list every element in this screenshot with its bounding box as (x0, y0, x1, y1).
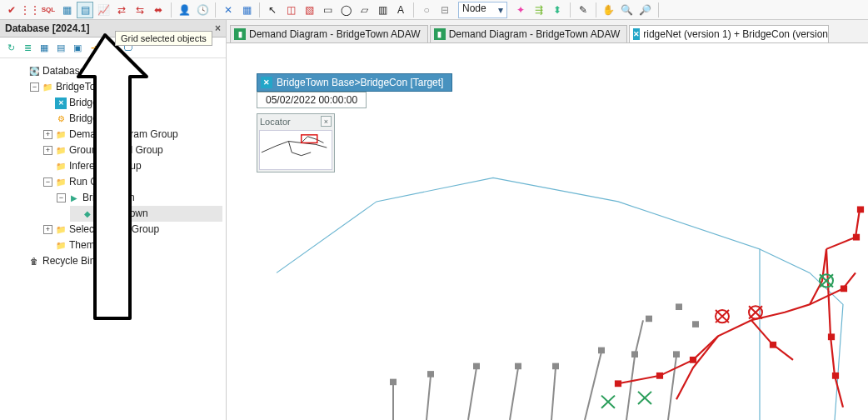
tree-theme-group[interactable]: 📁Theme Group (43, 238, 222, 253)
toolbar-grid-selected-btn[interactable]: ▤ (77, 2, 93, 18)
toolbar-select-rect-btn[interactable]: ▭ (319, 2, 336, 18)
tree-run-bridgetown-result-label: BridgeTown (96, 206, 148, 222)
tree-bridgetown-label: BridgeTown (56, 79, 108, 95)
tree-collapse-btn[interactable]: − (57, 193, 66, 202)
tree-inference-group-label: Inference Group (69, 158, 142, 174)
db-page-btn[interactable]: ▤ (53, 40, 68, 55)
tree-bridgecon-label: BridgeCon (69, 111, 117, 127)
tree-selection-group-label: Selection List Group (69, 222, 159, 238)
tree-bridgecon[interactable]: ⚙BridgeCon (43, 111, 222, 127)
panel-close-btn[interactable]: × (215, 22, 221, 34)
toolbar-text-btn[interactable]: A (392, 2, 409, 18)
toolbar-sql-btn[interactable]: SQL (40, 2, 57, 18)
database-panel: Database [2024.1] × Grid selected object… (0, 20, 227, 420)
tree-collapse-btn[interactable]: − (43, 178, 52, 187)
tree-expand-btn[interactable]: + (43, 146, 52, 155)
folder-icon: 📁 (55, 240, 67, 252)
toolbar-net2-btn[interactable]: ⇆ (132, 2, 148, 18)
toolbar-chart-btn[interactable]: 📈 (95, 2, 112, 18)
content-area: ▮Demand Diagram - BridgeTown ADAW ▮Deman… (227, 20, 868, 420)
tree-collapse-btn[interactable]: − (30, 82, 39, 92)
svg-rect-12 (599, 348, 604, 353)
network-drawing (227, 43, 868, 420)
toolbar-table-btn[interactable]: ▦ (58, 2, 75, 18)
database-panel-title: Database [2024.1] (5, 22, 89, 34)
folder-icon: 📁 (55, 177, 67, 188)
svg-rect-26 (854, 235, 859, 240)
svg-rect-17 (674, 352, 679, 357)
db-grid-btn[interactable]: ▦ (37, 40, 52, 55)
toolbar-x-btn[interactable]: ✕ (220, 2, 237, 18)
toolbar-pointer-btn[interactable]: ↖ (264, 2, 281, 18)
tab-demand-1[interactable]: ▮Demand Diagram - BridgeTown ADAW (230, 25, 428, 42)
map-canvas[interactable]: ✕ BridgeTown Base>BridgeCon [Target] 05/… (227, 43, 868, 420)
run-icon: ▶ (68, 192, 80, 204)
db-next-btn[interactable]: ➔ (87, 40, 102, 55)
toolbar-check-btn[interactable]: ✔ (3, 2, 20, 18)
tab-network[interactable]: ✕ridgeNet (version 1) + BridgeCon (versi… (629, 25, 829, 42)
database-tree[interactable]: 💽Database [2024.1] −📁BridgeTown ✕BridgeN… (0, 58, 226, 274)
svg-line-7 (510, 368, 518, 420)
tree-run-bridgetown-label: BridgeTown (82, 190, 135, 206)
tab-demand-2[interactable]: ▮Demand Diagram - BridgeTown ADAW (430, 25, 628, 42)
toolbar-grid2-btn[interactable]: ▦ (238, 2, 255, 18)
toolbar-select-table-btn[interactable]: ▥ (374, 2, 391, 18)
svg-line-13 (626, 356, 635, 420)
toolbar-select-nodes-btn[interactable]: ◫ (282, 2, 299, 18)
toolbar-net1-btn[interactable]: ⇄ (113, 2, 130, 18)
recycle-icon: 🗑 (28, 256, 40, 268)
tree-bridgetown[interactable]: −📁BridgeTown (30, 79, 222, 95)
toolbar-select-lasso-btn[interactable]: ◯ (337, 2, 354, 18)
svg-rect-29 (833, 373, 838, 378)
folder-icon: 📁 (55, 145, 67, 157)
toolbar-zoom-out-btn[interactable]: 🔎 (637, 2, 654, 18)
toolbar-sparkle-btn[interactable]: ✦ (512, 2, 529, 18)
toolbar-bullets-btn[interactable]: ⋮⋮ (22, 2, 38, 18)
result-icon: ◆ (82, 208, 93, 220)
svg-rect-8 (516, 364, 521, 369)
tree-expand-btn[interactable]: + (43, 225, 52, 234)
toolbar-node-btn[interactable]: ○ (418, 2, 435, 18)
toolbar-link-btn[interactable]: ⊟ (436, 2, 453, 18)
toolbar-eyedrop-btn[interactable]: ✎ (575, 2, 591, 18)
svg-line-9 (551, 368, 556, 420)
tree-run-group-label: Run Group (69, 174, 118, 190)
tree-run-group[interactable]: −📁Run Group (43, 174, 222, 190)
db-lock-btn[interactable]: ▣ (70, 40, 85, 55)
toolbar-select-poly-btn[interactable]: ▧ (301, 2, 317, 18)
tree-bridgenet[interactable]: ✕BridgeNet (43, 95, 222, 111)
tree-demand-group[interactable]: +📁Demand Diagram Group (43, 127, 222, 142)
demand-icon: ▮ (434, 28, 446, 40)
toolbar-hand-btn[interactable]: ✋ (601, 2, 617, 18)
svg-rect-27 (858, 208, 863, 212)
folder-icon: 📁 (42, 82, 53, 93)
toolbar-zoom-in-btn[interactable]: 🔍 (619, 2, 636, 18)
svg-line-16 (668, 356, 676, 420)
svg-rect-22 (657, 373, 662, 378)
network-icon: ✕ (55, 98, 67, 109)
tree-expand-btn[interactable]: + (43, 130, 52, 139)
tree-root[interactable]: 💽Database [2024.1] (17, 63, 222, 79)
toolbar-select-line-btn[interactable]: ▱ (356, 2, 372, 18)
db-list-btn[interactable]: ≣ (20, 40, 35, 55)
toolbar-person-btn[interactable]: 👤 (176, 2, 192, 18)
feature-type-select[interactable]: Node (458, 2, 507, 18)
svg-rect-2 (391, 380, 396, 385)
tree-recycle[interactable]: 🗑Recycle Bin (17, 253, 222, 269)
database-icon: 💽 (28, 66, 40, 78)
svg-rect-4 (428, 372, 433, 377)
svg-rect-18 (646, 317, 651, 322)
svg-rect-25 (841, 287, 846, 292)
tree-run-bridgetown[interactable]: −▶BridgeTown (57, 190, 222, 206)
tree-inference-group[interactable]: 📁Inference Group (43, 158, 222, 174)
tree-ground-group[interactable]: +📁Ground Model Group (43, 142, 222, 158)
tree-selection-group[interactable]: +📁Selection List Group (43, 222, 222, 238)
db-refresh-btn[interactable]: ↻ (3, 40, 18, 55)
tree-run-bridgetown-result[interactable]: ◆BridgeTown (70, 206, 222, 222)
feature-type-value: Node (462, 2, 486, 14)
toolbar-net4-btn[interactable]: ⇶ (531, 2, 547, 18)
toolbar-net5-btn[interactable]: ⬍ (549, 2, 566, 18)
toolbar-clock-btn[interactable]: 🕓 (194, 2, 211, 18)
toolbar-net3-btn[interactable]: ⬌ (150, 2, 167, 18)
svg-line-3 (427, 376, 431, 420)
